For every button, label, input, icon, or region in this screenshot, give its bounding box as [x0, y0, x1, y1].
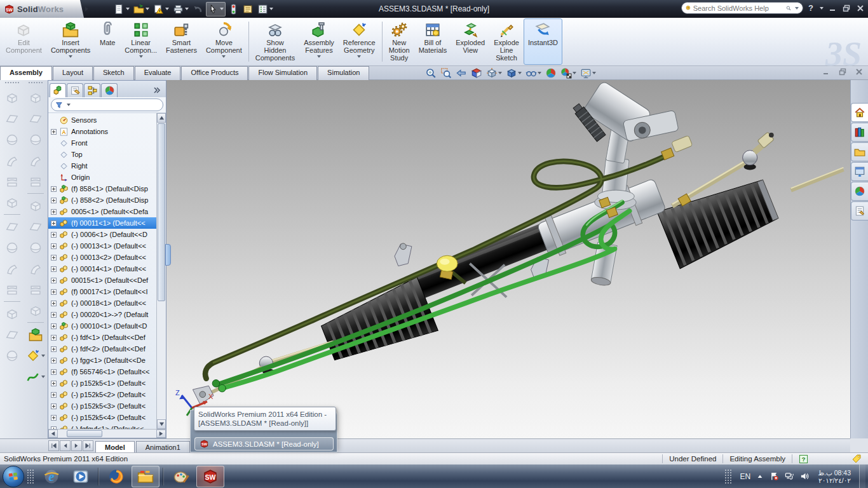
tree-item[interactable]: AAnnotations — [48, 126, 156, 137]
scroll-right-icon[interactable] — [156, 430, 166, 438]
panel-splitter-handle[interactable] — [165, 244, 171, 266]
dropdown-arrow-icon[interactable] — [126, 8, 130, 10]
expand-plus-icon[interactable] — [51, 289, 57, 295]
tree-item[interactable]: (-) 00010<1> (Default<D — [48, 320, 156, 332]
tree-item[interactable]: Right — [48, 160, 156, 172]
right-bellows-boot[interactable] — [657, 171, 782, 269]
options-button[interactable] — [256, 3, 275, 16]
reference-geometry-colored-button[interactable] — [26, 345, 45, 366]
taskbar-internet-explorer-button[interactable]: e — [37, 466, 65, 487]
tree-item[interactable]: (-) 00013<1> (Default<< — [48, 240, 156, 252]
apply-scene-button[interactable] — [560, 67, 577, 79]
tree-item[interactable]: (-) 00020<1>->? (Default — [48, 309, 156, 320]
start-button[interactable] — [3, 466, 24, 487]
dropdown-arrow-icon[interactable] — [41, 355, 45, 357]
tab-simulation[interactable]: Simulation — [318, 66, 369, 80]
select-button[interactable] — [206, 2, 226, 17]
filter-dropdown-icon[interactable] — [67, 104, 71, 106]
clock[interactable]: 08:43 ب.ظ ٢٠١٢/٢٤/٠٢ — [815, 469, 853, 484]
tree-item[interactable]: (-) 00013<2> (Default<< — [48, 252, 156, 263]
make-drawing-button[interactable] — [152, 3, 170, 16]
action-center-icon[interactable] — [770, 471, 779, 481]
zoom-fit-button[interactable] — [424, 67, 437, 79]
curves-colored-button[interactable] — [26, 366, 45, 387]
help-dropdown-icon[interactable] — [820, 7, 824, 10]
new-document-button[interactable] — [112, 3, 131, 16]
doc-restore-button[interactable] — [839, 68, 846, 76]
help-button[interactable]: ? — [808, 3, 813, 13]
tree-item[interactable]: (-) p152k5<4> (Default< — [48, 412, 156, 423]
scroll-down-icon[interactable] — [157, 419, 166, 429]
task-pane-tab-appearances[interactable] — [851, 182, 868, 201]
doc-minimize-button[interactable] — [822, 68, 830, 76]
task-pane-tab-view-palette[interactable] — [851, 162, 868, 181]
volume-icon[interactable] — [800, 471, 810, 481]
dropdown-arrow-icon[interactable] — [222, 55, 226, 58]
taskbar-firefox-button[interactable] — [102, 466, 130, 487]
dropdown-arrow-icon[interactable] — [357, 55, 361, 58]
quick-tips-icon[interactable]: ? — [799, 454, 808, 464]
tab-sketch[interactable]: Sketch — [93, 66, 134, 80]
zoom-area-button[interactable] — [440, 67, 452, 79]
tree-item[interactable]: 00015<1> (Default<<Def — [48, 274, 156, 286]
network-icon[interactable] — [785, 471, 794, 481]
dropdown-arrow-icon[interactable] — [317, 55, 321, 58]
expand-plus-icon[interactable] — [51, 415, 57, 421]
fm-tab-configurationmanager[interactable] — [84, 83, 100, 97]
tree-item[interactable]: Top — [48, 149, 156, 160]
interference-check-button[interactable] — [227, 3, 240, 16]
extend-surface-button[interactable] — [5, 279, 19, 300]
task-pane-tab-file-explorer[interactable] — [851, 142, 868, 161]
knit-surface-button[interactable] — [5, 192, 19, 213]
tree-item[interactable]: (-) fdf<1> (Default<<Def — [48, 332, 156, 343]
linear-pattern-button[interactable]: Linear Compon... — [120, 18, 161, 65]
revolved-boss-button[interactable] — [29, 108, 43, 129]
boundary-boss-button[interactable] — [29, 171, 43, 192]
undo-button[interactable] — [191, 3, 205, 16]
taskbar-media-player-button[interactable] — [67, 466, 95, 487]
next-tab-button[interactable] — [71, 440, 82, 451]
swept-boss-button[interactable] — [29, 129, 43, 150]
tab-evaluate[interactable]: Evaluate — [135, 66, 181, 80]
scroll-up-icon[interactable] — [157, 113, 166, 123]
tree-item[interactable]: (f) 565746<1> (Default<< — [48, 366, 156, 377]
expand-plus-icon[interactable] — [51, 198, 57, 203]
dropdown-arrow-icon[interactable] — [139, 55, 143, 58]
expand-plus-icon[interactable] — [51, 255, 57, 261]
delete-face-button[interactable] — [5, 237, 19, 258]
tree-item[interactable]: (-) 858<2> (Default<Disp — [48, 194, 156, 206]
print-button[interactable] — [172, 3, 190, 16]
expand-plus-icon[interactable] — [51, 369, 57, 375]
tab-animation1[interactable]: Animation1 — [136, 441, 190, 452]
revolved-surface-button[interactable] — [5, 129, 19, 150]
tree-item-selected[interactable]: (f) 00011<1> (Default<< — [48, 217, 156, 229]
extruded-cut-button[interactable] — [29, 195, 43, 216]
tree-horizontal-scrollbar[interactable] — [48, 429, 166, 438]
dropdown-arrow-icon[interactable] — [538, 72, 541, 74]
show-hidden-button[interactable]: Show Hidden Components — [251, 18, 299, 65]
display-style-button[interactable] — [505, 67, 522, 79]
taskbar-explorer-button[interactable] — [132, 466, 159, 487]
task-pane-tab-solidworks-resources[interactable] — [851, 103, 868, 122]
expand-plus-icon[interactable] — [51, 381, 57, 386]
planar-surface-button[interactable] — [5, 87, 19, 108]
view-orientation-button[interactable] — [485, 67, 503, 79]
instant3d-button[interactable]: Instant3D — [524, 18, 562, 65]
expand-plus-icon[interactable] — [51, 186, 57, 192]
tree-item[interactable]: 0005<1> (Default<<Defa — [48, 206, 156, 217]
taskbar-preview-item[interactable]: SW ASSEM3.SLDASM * [Read-only] — [194, 437, 334, 451]
previous-view-button[interactable] — [455, 67, 468, 79]
app-logo[interactable]: SW SolidWorks — [0, 0, 84, 18]
insert-components-button[interactable]: Insert Components — [46, 18, 95, 65]
previous-tab-button[interactable] — [60, 440, 71, 451]
tree-item[interactable]: (f) 00017<1> (Default<<I — [48, 286, 156, 297]
tree-item[interactable]: (-) fdf<2> (Default<<Def — [48, 343, 156, 355]
revolved-cut-button[interactable] — [29, 237, 43, 258]
expand-plus-icon[interactable] — [51, 312, 57, 318]
task-pane-tab-custom-properties[interactable] — [851, 201, 868, 220]
expand-plus-icon[interactable] — [51, 301, 57, 306]
fm-tab-propertymanager[interactable] — [67, 83, 83, 97]
tag-icon[interactable] — [851, 454, 862, 464]
fillet-button[interactable] — [29, 258, 43, 279]
smart-fasteners-button[interactable]: Smart Fasteners — [161, 18, 201, 65]
